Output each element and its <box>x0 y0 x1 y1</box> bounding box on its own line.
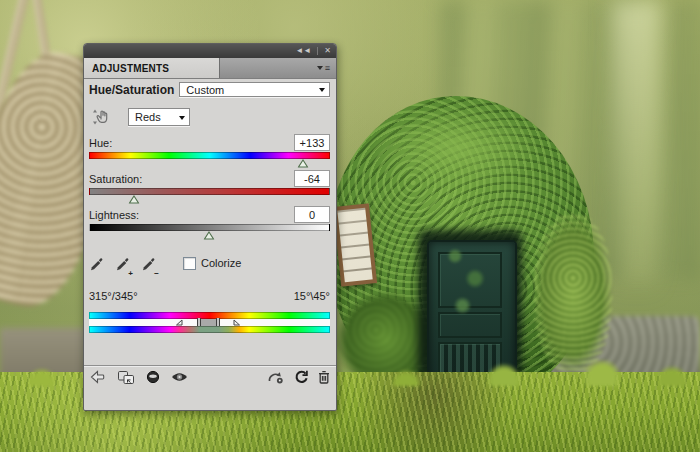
lightness-slider-marker[interactable] <box>203 231 214 240</box>
eyedropper-plus-icon[interactable]: + <box>115 255 132 272</box>
saturation-slider-group: Saturation: -64 <box>89 171 330 204</box>
hue-value-field[interactable]: +133 <box>294 134 330 151</box>
chevron-down-icon <box>317 66 323 73</box>
hue-slider-group: Hue: +133 <box>89 135 330 168</box>
panel-content: Hue/Saturation Custom Reds <box>84 79 336 388</box>
titlebar-divider <box>317 47 318 55</box>
light-column <box>612 0 660 300</box>
eye-icon[interactable] <box>171 371 188 383</box>
feather-left-handle[interactable] <box>175 319 183 326</box>
saturation-value-field[interactable]: -64 <box>294 170 330 187</box>
panel-menu-icon[interactable]: ≡ <box>317 58 336 78</box>
collapse-to-icons-icon[interactable]: ◄◄ <box>295 47 311 55</box>
panel-toolbar <box>84 365 336 388</box>
visibility-circle-icon[interactable] <box>146 370 160 384</box>
chevron-down-icon <box>179 116 185 123</box>
adjustments-panel: ◄◄ ✕ ADJUSTMENTS ≡ Hue/Saturation Custom <box>83 43 337 411</box>
previous-state-icon[interactable] <box>266 371 284 384</box>
photoshop-workspace: ◄◄ ✕ ADJUSTMENTS ≡ Hue/Saturation Custom <box>0 0 700 452</box>
eyedropper-minus-icon[interactable]: − <box>141 255 158 272</box>
return-arrow-icon[interactable] <box>90 370 106 384</box>
spectrum-adjusted-bar <box>89 326 330 333</box>
lightness-label: Lightness: <box>89 209 139 221</box>
menu-lines-icon: ≡ <box>325 63 330 73</box>
lightness-slider-group: Lightness: 0 <box>89 207 330 240</box>
hanging-vine <box>440 238 490 328</box>
reset-icon[interactable] <box>294 370 308 384</box>
eyedropper-icon[interactable] <box>89 255 106 272</box>
range-left-label: 315°/345° <box>89 290 138 302</box>
saturation-label: Saturation: <box>89 173 142 185</box>
spectrum-handle-track <box>89 319 330 326</box>
saturation-slider-marker[interactable] <box>128 195 139 204</box>
hue-label: Hue: <box>89 137 112 149</box>
preset-value: Custom <box>186 84 224 96</box>
colorize-label: Colorize <box>201 257 241 269</box>
saturation-gradient-bar <box>89 188 330 195</box>
lightness-value-field[interactable]: 0 <box>294 206 330 223</box>
targeted-adjustment-icon[interactable] <box>89 106 111 128</box>
tab-adjustments[interactable]: ADJUSTMENTS <box>84 58 220 78</box>
hue-gradient-bar <box>89 152 330 159</box>
range-right-label: 15°\45° <box>294 290 330 302</box>
channel-dropdown[interactable]: Reds <box>128 108 190 126</box>
spectrum-original-bar <box>89 312 330 319</box>
preset-dropdown[interactable]: Custom <box>179 82 330 97</box>
feather-right-handle[interactable] <box>233 319 241 326</box>
adjustment-title: Hue/Saturation <box>89 83 174 97</box>
moss-clump <box>534 214 612 374</box>
channel-value: Reds <box>135 111 161 123</box>
hue-range-spectrum <box>89 312 330 333</box>
close-icon[interactable]: ✕ <box>324 47 331 55</box>
ivy-highlight <box>372 104 542 190</box>
chevron-down-icon <box>319 88 325 95</box>
trash-icon[interactable] <box>318 370 330 384</box>
clip-to-layer-icon[interactable] <box>117 370 135 385</box>
colorize-checkbox[interactable] <box>183 257 196 270</box>
hue-slider-marker[interactable] <box>298 159 309 168</box>
panel-tabbar: ADJUSTMENTS ≡ <box>84 58 336 79</box>
lightness-gradient-bar <box>89 224 330 231</box>
panel-titlebar[interactable]: ◄◄ ✕ <box>84 44 336 58</box>
